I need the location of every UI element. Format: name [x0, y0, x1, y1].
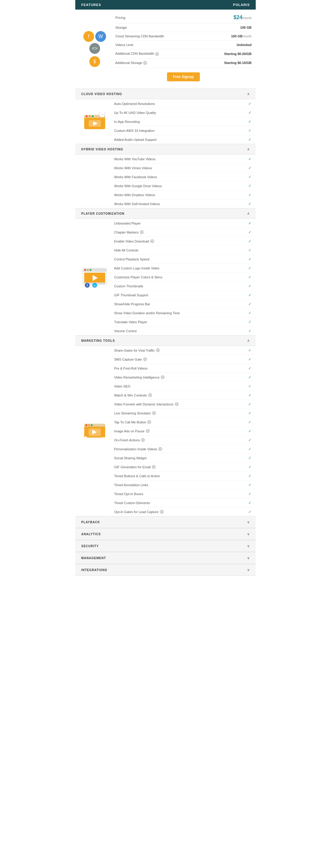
marketing-image-col: 100	[75, 346, 114, 516]
svg-point-3	[89, 116, 91, 117]
feature-label-timed-custom: Timed Custom Elements	[114, 501, 150, 505]
section-header-player[interactable]: PLAYER CUSTOMIZATION ∧	[75, 208, 256, 219]
feature-label-chapter-markers: Chapter Markers ?	[114, 230, 144, 234]
feature-label-in-app-recording: In-App Recording	[114, 120, 140, 123]
section-body-hybrid: Works With YouTube Videos ✓ Works With V…	[75, 155, 256, 208]
check-facebook: ✓	[248, 175, 253, 179]
feature-unbranded: Unbranded Player ✓	[114, 219, 256, 228]
wordpress-icon: W	[95, 31, 106, 42]
section-body-player: f v Unbranded Player ✓ Chapter Markers ?…	[75, 219, 256, 335]
info-icon-gif-email: ?	[152, 465, 156, 469]
check-playback-speed: ✓	[248, 257, 253, 261]
section-title-security: SECURITY	[81, 545, 99, 548]
info-icon-watch-win: ?	[148, 393, 152, 397]
player-illustration: f v	[81, 267, 108, 288]
feature-4k-uhd: Up To 4K UHD Video Quality ✓	[114, 108, 256, 117]
section-title-player: PLAYER CUSTOMIZATION	[81, 212, 125, 215]
feature-in-app-recording: In-App Recording ✓	[114, 117, 256, 126]
section-playback[interactable]: PLAYBACK ∨	[75, 516, 256, 528]
feature-label-image-ads: Image Ads on Pause ?	[114, 429, 150, 433]
feature-gif-email: GIF Generation for Email ? ✓	[114, 463, 256, 471]
feature-tap-call: Tap To Call Me Button ? ✓	[114, 418, 256, 427]
header: FEATURES POLARIS	[75, 0, 256, 9]
section-title-management: MANAGEMENT	[81, 556, 106, 560]
feature-label-timed-optin: Timed Opt-In Boxes	[114, 492, 143, 496]
pricing-row-videos: Videos Limit Unlimited	[114, 41, 253, 49]
section-title-playback: PLAYBACK	[81, 521, 100, 524]
check-translate-player: ✓	[248, 320, 253, 324]
check-chapter-markers: ✓	[248, 230, 253, 235]
price-period: /month	[242, 17, 252, 20]
chevron-down-analytics: ∨	[247, 532, 250, 536]
feature-label-youtube: Works With YouTube Videos	[114, 157, 156, 161]
check-in-app-recording: ✓	[248, 119, 253, 124]
section-rows-player: Unbranded Player ✓ Chapter Markers ? ✓ E…	[114, 219, 256, 335]
feature-optin-gates: Opt-In Gates for Lead Capture ? ✓	[114, 507, 256, 516]
feature-label-tap-call: Tap To Call Me Button ?	[114, 420, 151, 424]
check-progress-bar: ✓	[248, 302, 253, 306]
section-management[interactable]: MANAGEMENT ∨	[75, 552, 256, 564]
check-timed-buttons: ✓	[248, 474, 253, 478]
cloud-illustration: ↑	[83, 112, 107, 131]
check-dropbox: ✓	[248, 192, 253, 197]
svg-text:↑: ↑	[102, 113, 103, 116]
feature-label-4k-uhd: Up To 4K UHD Video Quality	[114, 111, 156, 115]
check-on-finish: ✓	[248, 438, 253, 442]
check-gif-thumbnail: ✓	[248, 293, 253, 297]
feature-label-watch-win: Watch & Win Contests ?	[114, 393, 152, 397]
check-video-funnels: ✓	[248, 402, 253, 406]
feature-timed-custom: Timed Custom Elements ✓	[114, 498, 256, 507]
feature-watch-win: Watch & Win Contests ? ✓	[114, 391, 256, 400]
check-watch-win: ✓	[248, 393, 253, 397]
svg-point-24	[88, 424, 90, 426]
check-social-sharing: ✓	[248, 456, 253, 460]
pricing-label-add-cdn: Additional CDN Bandwidth ?	[115, 52, 159, 56]
section-integrations[interactable]: INTEGRATIONS ∨	[75, 564, 256, 576]
section-analytics[interactable]: ANALYTICS ∨	[75, 528, 256, 540]
pricing-image-col: f W <> $	[75, 9, 114, 89]
check-gif-email: ✓	[248, 465, 253, 469]
feature-player-colors: Customize Player Colors & Skins ✓	[114, 273, 256, 282]
check-auto-optimized: ✓	[248, 101, 253, 106]
feature-dropbox: Works With Dropbox Videos ✓	[114, 190, 256, 199]
feature-live-streaming: Live Streaming Simulator ? ✓	[114, 409, 256, 418]
feature-label-unbranded: Unbranded Player	[114, 222, 141, 225]
feature-label-player-colors: Customize Player Colors & Skins	[114, 275, 162, 279]
free-signup-button[interactable]: Free Signup	[167, 72, 200, 81]
feature-label-gif-thumbnail: GIF Thumbnail Support	[114, 293, 148, 297]
feature-label-personalization: Personalization Inside Videos ?	[114, 447, 162, 451]
info-icon-remarketing: ?	[161, 375, 165, 379]
feature-youtube: Works With YouTube Videos ✓	[114, 155, 256, 163]
chevron-down-integrations: ∨	[247, 568, 250, 572]
info-icon-personalization: ?	[158, 447, 162, 451]
section-security[interactable]: SECURITY ∨	[75, 540, 256, 552]
pricing-label-price: Pricing	[115, 16, 126, 20]
check-volume-control: ✓	[248, 329, 253, 333]
section-header-marketing[interactable]: MARKETING TOOLS ∧	[75, 335, 256, 346]
feature-label-sms-capture: SMS Capture Gate ?	[114, 357, 147, 361]
feature-playback-speed: Control Playback Speed ✓	[114, 255, 256, 264]
feature-label-on-finish: On-Finish Actions ?	[114, 438, 145, 442]
check-timed-optin: ✓	[248, 492, 253, 496]
check-youtube: ✓	[248, 157, 253, 161]
feature-label-google-drive: Works With Google Drive Videos	[114, 184, 162, 188]
section-header-cloud[interactable]: CLOUD VIDEO HOSTING ∧	[75, 89, 256, 99]
pricing-label-cdn: Cloud Streaming CDN Bandwidth	[115, 34, 164, 38]
feature-label-audio-upload: Added Audio Upload Support	[114, 138, 157, 142]
section-cloud-video-hosting: CLOUD VIDEO HOSTING ∧ ↑ Auto-Optimized R…	[75, 89, 256, 144]
feature-label-optin-gates: Opt-In Gates for Lead Capture ?	[114, 510, 164, 514]
check-timed-annotation: ✓	[248, 483, 253, 487]
feature-label-dropbox: Works With Dropbox Videos	[114, 193, 155, 197]
pricing-row-add-cdn: Additional CDN Bandwidth ? Starting $0.2…	[114, 49, 253, 59]
feature-label-playback-speed: Control Playback Speed	[114, 257, 150, 261]
chevron-up-player: ∧	[247, 211, 250, 216]
section-header-hybrid[interactable]: HYBRID VIDEO HOSTING ∧	[75, 144, 256, 155]
check-personalization: ✓	[248, 447, 253, 451]
check-pre-post-roll: ✓	[248, 366, 253, 370]
check-share-gates: ✓	[248, 348, 253, 352]
check-live-streaming: ✓	[248, 411, 253, 415]
feature-on-finish: On-Finish Actions ? ✓	[114, 436, 256, 445]
header-polaris-label: POLARIS	[233, 3, 250, 7]
player-image-col: f v	[75, 219, 114, 335]
feature-video-seo: Video SEO ✓	[114, 382, 256, 391]
